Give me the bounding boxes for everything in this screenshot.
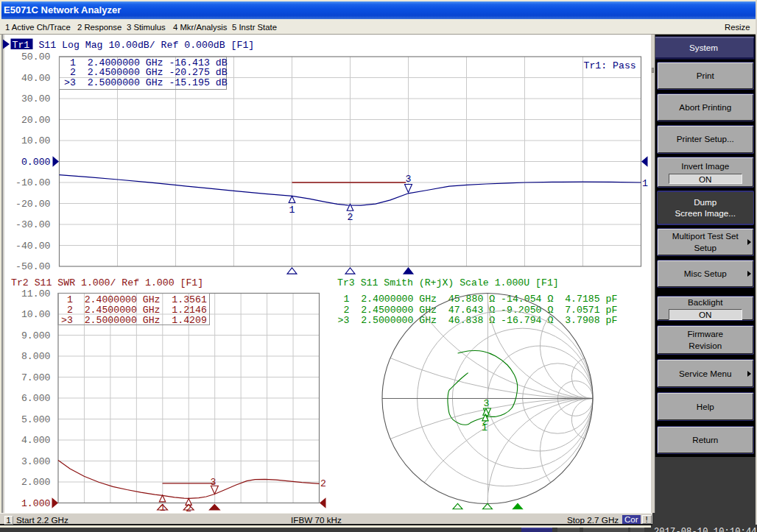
svg-text:2.000: 2.000 — [21, 477, 51, 488]
svg-text:2: 2 — [186, 503, 191, 514]
svg-text:Tr2 S11 SWR 1.000/ Ref 1.000 [: Tr2 S11 SWR 1.000/ Ref 1.000 [F1] — [11, 277, 203, 288]
svg-text:11.00: 11.00 — [21, 288, 51, 299]
svg-text:1: 1 — [289, 205, 295, 216]
svg-text:10.00: 10.00 — [21, 309, 51, 320]
svg-text:2: 2 — [348, 212, 353, 223]
svg-text:40.00: 40.00 — [21, 73, 51, 84]
svg-text:Tr1: Pass: Tr1: Pass — [584, 60, 636, 71]
svg-text:1: 1 — [642, 178, 648, 189]
svg-text:1 2.4000000 GHz 1.3561: 1 2.4000000 GHz 1.3561 — [61, 294, 207, 305]
svg-text:-20.00: -20.00 — [15, 199, 51, 210]
svg-text:Tr1: Tr1 — [13, 40, 30, 51]
svg-text:20.00: 20.00 — [21, 115, 51, 126]
svg-text:9.000: 9.000 — [21, 330, 51, 341]
svg-text:3: 3 — [406, 174, 412, 185]
svg-text:2 2.4500000 GHz 1.2146: 2 2.4500000 GHz 1.2146 — [61, 305, 207, 316]
svg-text:1: 1 — [160, 503, 166, 514]
svg-text:1 2.4000000 GHz 45.880 Ω -14: 1 2.4000000 GHz 45.880 Ω -14.054 Ω 4.718… — [338, 294, 618, 305]
svg-text:0.000: 0.000 — [21, 157, 51, 168]
svg-text:>3 2.5000000 GHz -15.195 dB: >3 2.5000000 GHz -15.195 dB — [64, 77, 228, 88]
svg-text:-50.00: -50.00 — [15, 261, 51, 272]
svg-text:2: 2 — [320, 478, 326, 489]
svg-text:30.00: 30.00 — [21, 93, 51, 104]
svg-text:7.000: 7.000 — [21, 372, 51, 383]
svg-text:1.000: 1.000 — [21, 498, 51, 509]
svg-text:4.000: 4.000 — [21, 435, 51, 446]
svg-text:>3 2.5000000 GHz 1.4209: >3 2.5000000 GHz 1.4209 — [61, 315, 207, 326]
svg-text:2 2.4500000 GHz 47.643 Ω -9.: 2 2.4500000 GHz 47.643 Ω -9.2050 Ω 7.057… — [338, 305, 618, 316]
svg-text:10.00: 10.00 — [21, 135, 51, 146]
svg-text:Tr3 S11 Smith (R+jX) Scale 1.0: Tr3 S11 Smith (R+jX) Scale 1.000U [F1] — [337, 277, 559, 288]
svg-text:-30.00: -30.00 — [15, 219, 51, 230]
svg-text:3: 3 — [484, 398, 490, 409]
svg-text:S11 Log Mag 10.00dB/ Ref 0.000: S11 Log Mag 10.00dB/ Ref 0.000dB [F1] — [33, 40, 255, 51]
svg-text:8.000: 8.000 — [21, 351, 51, 362]
svg-text:>3 2.5000000 GHz 46.838 Ω -1: >3 2.5000000 GHz 46.838 Ω -16.794 Ω 3.79… — [338, 315, 618, 326]
svg-text:-40.00: -40.00 — [15, 241, 51, 252]
svg-text:3.000: 3.000 — [21, 456, 51, 467]
svg-text:50.00: 50.00 — [21, 52, 51, 63]
svg-text:5.000: 5.000 — [21, 414, 51, 425]
svg-text:-10.00: -10.00 — [15, 177, 51, 188]
svg-text:6.000: 6.000 — [21, 393, 51, 404]
svg-text:1: 1 — [482, 422, 487, 433]
